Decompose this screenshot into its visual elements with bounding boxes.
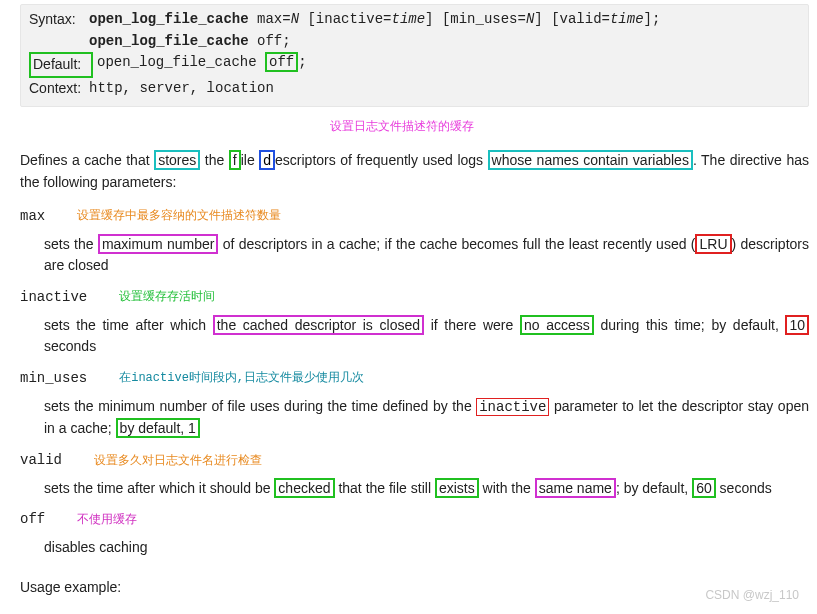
default-row: Default: open_log_file_cache off;	[29, 52, 800, 78]
intro-paragraph: Defines a cache that stores the file des…	[20, 150, 809, 193]
param-off-desc: disables caching	[44, 537, 809, 559]
default-off: off	[265, 52, 298, 72]
syntax-label: Syntax:	[29, 9, 89, 31]
directive-name: open_log_file_cache	[89, 11, 249, 27]
hl-lru: LRU	[695, 234, 731, 254]
syntax-code: open_log_file_cache max=N [inactive=time…	[89, 9, 660, 52]
param-max-name: max 设置缓存中最多容纳的文件描述符数量	[20, 206, 809, 228]
hl-whose: whose names contain variables	[488, 150, 693, 170]
hl-d: d	[259, 150, 275, 170]
param-valid-desc: sets the time after which it should be c…	[44, 478, 809, 500]
hl-cached: the cached descriptor is closed	[213, 315, 424, 335]
hl-inactive-code: inactive	[476, 398, 549, 416]
hl-10: 10	[785, 315, 809, 335]
hl-noaccess: no access	[520, 315, 594, 335]
param-max-desc: sets the maximum number of descriptors i…	[44, 234, 809, 277]
param-off-name: off 不使用缓存	[20, 509, 809, 531]
hl-maxnum: maximum number	[98, 234, 219, 254]
annotation-inactive: 设置缓存存活时间	[115, 288, 215, 307]
annotation-title: 设置日志文件描述符的缓存	[326, 119, 474, 133]
parameter-list: max 设置缓存中最多容纳的文件描述符数量 sets the maximum n…	[20, 206, 809, 559]
hl-stores: stores	[154, 150, 200, 170]
hl-bydefault1: by default, 1	[116, 418, 200, 438]
hl-exists: exists	[435, 478, 479, 498]
hl-checked: checked	[274, 478, 334, 498]
annotation-max: 设置缓存中最多容纳的文件描述符数量	[73, 207, 281, 226]
annotation-off: 不使用缓存	[73, 511, 137, 530]
context-row: Context: http, server, location	[29, 78, 800, 100]
param-minuses-desc: sets the minimum number of file uses dur…	[44, 396, 809, 440]
syntax-row: Syntax: open_log_file_cache max=N [inact…	[29, 9, 800, 52]
param-minuses-name: min_uses 在inactive时间段内,日志文件最少使用几次	[20, 368, 809, 390]
annotation-valid: 设置多久对日志文件名进行检查	[90, 452, 262, 471]
directive-name: open_log_file_cache	[89, 33, 249, 49]
param-valid-name: valid 设置多久对日志文件名进行检查	[20, 450, 809, 472]
default-code: open_log_file_cache off;	[97, 52, 307, 74]
param-inactive-name: inactive 设置缓存存活时间	[20, 287, 809, 309]
hl-samename: same name	[535, 478, 616, 498]
context-label: Context:	[29, 78, 89, 100]
usage-title: Usage example:	[20, 577, 809, 599]
directive-syntax-box: Syntax: open_log_file_cache max=N [inact…	[20, 4, 809, 107]
param-inactive-desc: sets the time after which the cached des…	[44, 315, 809, 358]
context-value: http, server, location	[89, 78, 274, 100]
annotation-minuses: 在inactive时间段内,日志文件最少使用几次	[115, 369, 364, 388]
hl-60: 60	[692, 478, 716, 498]
hl-f: f	[229, 150, 241, 170]
default-label: Default:	[29, 52, 93, 78]
